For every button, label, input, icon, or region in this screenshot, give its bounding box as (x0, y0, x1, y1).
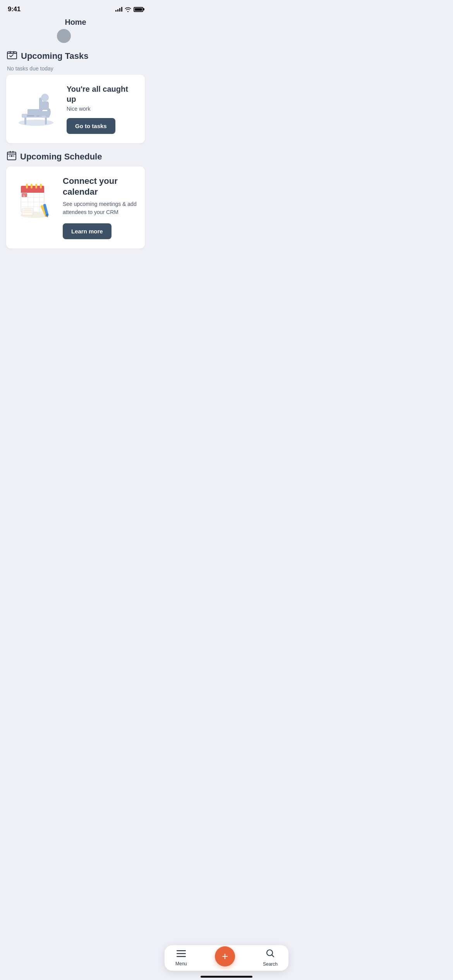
tasks-text: You're all caught up Nice work Go to tas… (67, 84, 137, 134)
go-to-tasks-button[interactable]: Go to tasks (67, 118, 115, 134)
page-title: Home (0, 18, 151, 27)
svg-rect-5 (45, 117, 47, 125)
upcoming-tasks-title: Upcoming Tasks (21, 51, 88, 61)
learn-more-button[interactable]: Learn more (63, 223, 112, 239)
svg-rect-2 (13, 51, 14, 53)
schedule-illustration: 1 (14, 176, 57, 219)
schedule-heading: Connect your calendar (63, 176, 137, 197)
tasks-icon (7, 51, 17, 62)
svg-rect-23 (26, 184, 28, 188)
page-header: Home (0, 15, 151, 45)
upcoming-schedule-header: Upcoming Schedule (7, 151, 145, 163)
tasks-heading: You're all caught up (67, 84, 137, 104)
schedule-icon (7, 151, 16, 163)
tasks-subtitle: No tasks due today (7, 65, 145, 72)
status-time: 9:41 (8, 5, 21, 13)
schedule-text: Connect your calendar See upcoming meeti… (63, 176, 137, 239)
status-icons (115, 7, 143, 12)
scroll-indicator (57, 29, 71, 43)
svg-rect-26 (40, 184, 42, 188)
svg-point-11 (41, 94, 49, 101)
svg-point-3 (19, 120, 53, 126)
tasks-illustration (14, 90, 60, 128)
svg-rect-14 (10, 151, 11, 153)
svg-text:1: 1 (23, 194, 25, 197)
svg-rect-24 (31, 184, 33, 188)
svg-rect-17 (11, 155, 12, 157)
schedule-subtext: See upcoming meetings & add attendees to… (63, 200, 137, 216)
svg-rect-16 (9, 155, 10, 157)
svg-rect-12 (41, 101, 49, 110)
signal-icon (115, 7, 122, 12)
tasks-subtext: Nice work (67, 106, 137, 112)
wifi-icon (125, 7, 131, 12)
svg-rect-18 (13, 155, 14, 157)
battery-icon (134, 7, 143, 12)
schedule-card: 1 Connect your calendar See upcoming mee… (6, 166, 145, 248)
svg-rect-1 (10, 51, 11, 53)
main-content: Upcoming Tasks No tasks due today (0, 51, 151, 303)
svg-rect-4 (24, 117, 26, 125)
svg-rect-22 (21, 189, 44, 193)
tasks-card: You're all caught up Nice work Go to tas… (6, 75, 145, 143)
svg-rect-39 (22, 208, 33, 215)
upcoming-schedule-title: Upcoming Schedule (20, 152, 102, 162)
status-bar: 9:41 (0, 0, 151, 15)
svg-rect-25 (35, 184, 37, 188)
svg-rect-15 (12, 151, 14, 153)
upcoming-tasks-header: Upcoming Tasks (7, 51, 145, 62)
